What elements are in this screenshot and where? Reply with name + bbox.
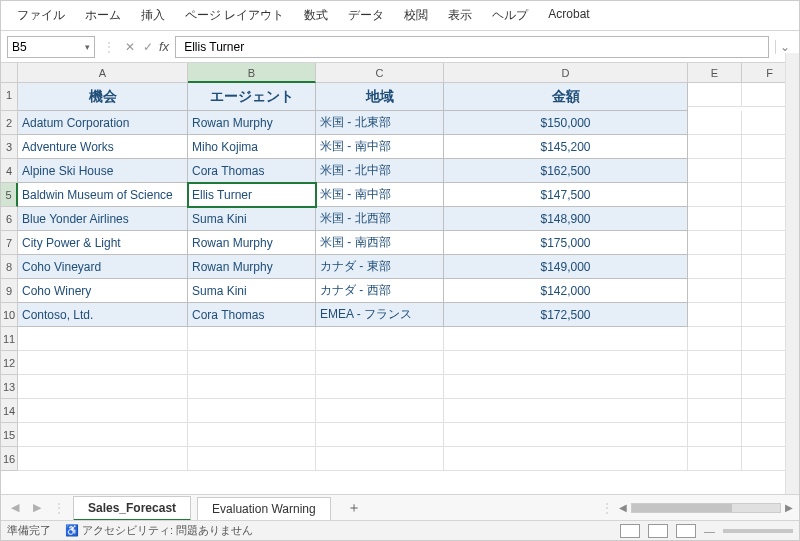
cell[interactable] bbox=[688, 327, 742, 351]
check-icon[interactable]: ✓ bbox=[141, 40, 155, 54]
cell[interactable]: $145,200 bbox=[444, 135, 688, 159]
row-header[interactable]: 13 bbox=[1, 375, 18, 399]
cell[interactable] bbox=[188, 399, 316, 423]
row-header[interactable]: 9 bbox=[1, 279, 18, 303]
cell[interactable] bbox=[18, 447, 188, 471]
cell[interactable] bbox=[444, 351, 688, 375]
cell[interactable]: エージェント bbox=[188, 83, 316, 111]
cell[interactable]: Adatum Corporation bbox=[18, 111, 188, 135]
row-header[interactable]: 11 bbox=[1, 327, 18, 351]
view-layout-icon[interactable] bbox=[648, 524, 668, 538]
row-header[interactable]: 16 bbox=[1, 447, 18, 471]
row-header[interactable]: 7 bbox=[1, 231, 18, 255]
row-header[interactable]: 2 bbox=[1, 111, 18, 135]
cell[interactable] bbox=[688, 111, 742, 135]
column-header[interactable]: D bbox=[444, 63, 688, 83]
name-box[interactable]: B5 ▾ bbox=[7, 36, 95, 58]
cell[interactable]: Contoso, Ltd. bbox=[18, 303, 188, 327]
cell[interactable] bbox=[688, 159, 742, 183]
cell[interactable]: カナダ - 東部 bbox=[316, 255, 444, 279]
row-header[interactable]: 15 bbox=[1, 423, 18, 447]
cell[interactable]: $148,900 bbox=[444, 207, 688, 231]
cell[interactable]: 米国 - 北東部 bbox=[316, 111, 444, 135]
cell[interactable]: Rowan Murphy bbox=[188, 255, 316, 279]
cell[interactable] bbox=[688, 303, 742, 327]
cell[interactable] bbox=[188, 375, 316, 399]
cell[interactable] bbox=[688, 423, 742, 447]
horizontal-scrollbar[interactable]: ⋮ ◀ ▶ bbox=[599, 501, 793, 515]
cell[interactable]: Suma Kini bbox=[188, 279, 316, 303]
cell[interactable]: Cora Thomas bbox=[188, 303, 316, 327]
scroll-left-icon[interactable]: ◀ bbox=[619, 502, 627, 513]
cell[interactable] bbox=[688, 183, 742, 207]
cell[interactable]: $142,000 bbox=[444, 279, 688, 303]
cell[interactable] bbox=[188, 351, 316, 375]
cell[interactable]: 機会 bbox=[18, 83, 188, 111]
cell[interactable] bbox=[688, 135, 742, 159]
cell[interactable]: Alpine Ski House bbox=[18, 159, 188, 183]
cell[interactable] bbox=[444, 375, 688, 399]
column-header[interactable]: A bbox=[18, 63, 188, 83]
cell[interactable]: Rowan Murphy bbox=[188, 231, 316, 255]
cell[interactable] bbox=[18, 423, 188, 447]
formula-bar[interactable]: Ellis Turner bbox=[175, 36, 769, 58]
cell[interactable] bbox=[688, 279, 742, 303]
row-header[interactable]: 14 bbox=[1, 399, 18, 423]
view-normal-icon[interactable] bbox=[620, 524, 640, 538]
cell[interactable]: Rowan Murphy bbox=[188, 111, 316, 135]
menu-item[interactable]: 数式 bbox=[294, 5, 338, 26]
zoom-out-icon[interactable]: — bbox=[704, 525, 715, 537]
cell[interactable]: 地域 bbox=[316, 83, 444, 111]
cell[interactable]: Coho Winery bbox=[18, 279, 188, 303]
cell[interactable]: 米国 - 北西部 bbox=[316, 207, 444, 231]
cell[interactable] bbox=[18, 351, 188, 375]
cell[interactable]: Baldwin Museum of Science bbox=[18, 183, 188, 207]
cell[interactable]: Suma Kini bbox=[188, 207, 316, 231]
column-header[interactable]: E bbox=[688, 63, 742, 83]
menu-item[interactable]: ヘルプ bbox=[482, 5, 538, 26]
cell[interactable]: 米国 - 北中部 bbox=[316, 159, 444, 183]
menu-item[interactable]: 挿入 bbox=[131, 5, 175, 26]
column-header[interactable]: B bbox=[188, 63, 316, 83]
cell[interactable]: Miho Kojima bbox=[188, 135, 316, 159]
cell[interactable] bbox=[18, 399, 188, 423]
cell[interactable]: $172,500 bbox=[444, 303, 688, 327]
cell[interactable] bbox=[688, 83, 742, 107]
zoom-slider[interactable] bbox=[723, 529, 793, 533]
cell[interactable] bbox=[188, 447, 316, 471]
cell[interactable]: $175,000 bbox=[444, 231, 688, 255]
cell[interactable] bbox=[444, 447, 688, 471]
cell[interactable] bbox=[688, 231, 742, 255]
menu-item[interactable]: ホーム bbox=[75, 5, 131, 26]
select-all-corner[interactable] bbox=[1, 63, 18, 83]
cell[interactable]: 米国 - 南中部 bbox=[316, 135, 444, 159]
scroll-right-icon[interactable]: ▶ bbox=[785, 502, 793, 513]
cell[interactable]: 米国 - 南西部 bbox=[316, 231, 444, 255]
column-header[interactable]: C bbox=[316, 63, 444, 83]
menu-item[interactable]: 表示 bbox=[438, 5, 482, 26]
cancel-icon[interactable]: ✕ bbox=[123, 40, 137, 54]
cell[interactable]: Blue Yonder Airlines bbox=[18, 207, 188, 231]
sheet-tab-active[interactable]: Sales_Forecast bbox=[73, 496, 191, 521]
cell[interactable] bbox=[316, 423, 444, 447]
row-header[interactable]: 4 bbox=[1, 159, 18, 183]
cell[interactable]: カナダ - 西部 bbox=[316, 279, 444, 303]
cell[interactable]: Adventure Works bbox=[18, 135, 188, 159]
cell[interactable] bbox=[688, 375, 742, 399]
accessibility-status[interactable]: ♿ アクセシビリティ: 問題ありません bbox=[65, 523, 253, 538]
fx-icon[interactable]: fx bbox=[159, 39, 169, 54]
row-header[interactable]: 1 bbox=[1, 83, 18, 111]
cell[interactable]: 金額 bbox=[444, 83, 688, 111]
cell[interactable] bbox=[444, 327, 688, 351]
menu-item[interactable]: データ bbox=[338, 5, 394, 26]
cell[interactable] bbox=[316, 399, 444, 423]
row-header[interactable]: 3 bbox=[1, 135, 18, 159]
cell[interactable] bbox=[444, 399, 688, 423]
view-pagebreak-icon[interactable] bbox=[676, 524, 696, 538]
vertical-scrollbar[interactable] bbox=[785, 53, 799, 494]
row-header[interactable]: 8 bbox=[1, 255, 18, 279]
cell[interactable] bbox=[688, 207, 742, 231]
cell[interactable]: EMEA - フランス bbox=[316, 303, 444, 327]
cell[interactable] bbox=[444, 423, 688, 447]
menu-item[interactable]: 校閲 bbox=[394, 5, 438, 26]
